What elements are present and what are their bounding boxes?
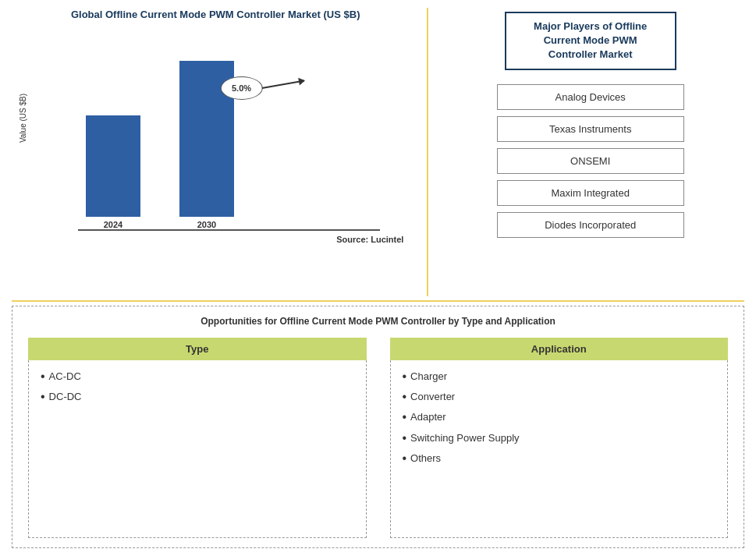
- chart-area: Global Offline Current Mode PWM Controll…: [12, 8, 419, 296]
- player-item-4: Maxim Integrated: [497, 180, 684, 206]
- player-item-5: Diodes Incorporated: [497, 212, 684, 238]
- player-item-1: Analog Devices: [497, 84, 684, 110]
- app-item-4: • Switching Power Supply: [403, 431, 716, 445]
- bar-2030-label: 2030: [197, 220, 216, 229]
- horizontal-divider: [12, 300, 744, 302]
- players-area: Major Players of Offline Current Mode PW…: [436, 8, 744, 296]
- type-item-2: • DC-DC: [41, 390, 354, 404]
- y-axis-label: Value (US $B): [20, 94, 28, 143]
- application-column: Application • Charger • Converter • Adap…: [390, 338, 729, 538]
- vertical-divider: [427, 8, 428, 296]
- type-header: Type: [28, 338, 367, 360]
- app-item-text-5: Others: [410, 452, 441, 466]
- app-item-3: • Adapter: [403, 410, 716, 424]
- app-item-1: • Charger: [403, 370, 716, 384]
- bullet-icon: •: [403, 391, 407, 403]
- type-item-text-1: AC-DC: [49, 370, 81, 384]
- app-item-text-3: Adapter: [410, 410, 446, 424]
- bullet-icon: •: [403, 452, 407, 465]
- player-item-2: Texas Instruments: [497, 116, 684, 142]
- application-body: • Charger • Converter • Adapter • Switch…: [390, 360, 729, 538]
- app-item-text-1: Charger: [410, 370, 447, 384]
- bullet-icon: •: [403, 370, 407, 383]
- growth-label: 5.0%: [232, 83, 251, 93]
- main-container: Global Offline Current Mode PWM Controll…: [0, 0, 756, 556]
- type-body: • AC-DC • DC-DC: [28, 360, 367, 538]
- app-item-2: • Converter: [403, 390, 716, 404]
- source-text: Source: Lucintel: [12, 235, 419, 244]
- bullet-icon: •: [403, 432, 407, 444]
- app-item-text-4: Switching Power Supply: [410, 431, 519, 445]
- chart-wrapper: Value (US $B) 5.0%: [12, 28, 419, 231]
- type-item-1: • AC-DC: [41, 370, 354, 384]
- opportunities-title: Opportunities for Offline Current Mode P…: [28, 316, 728, 327]
- bullet-icon: •: [41, 370, 45, 383]
- bullet-icon: •: [403, 411, 407, 423]
- type-column: Type • AC-DC • DC-DC: [28, 338, 367, 538]
- bar-2024: 2024: [86, 115, 140, 229]
- bullet-icon: •: [41, 391, 45, 403]
- top-section: Global Offline Current Mode PWM Controll…: [12, 8, 744, 296]
- application-header: Application: [390, 338, 729, 360]
- opportunities-content: Type • AC-DC • DC-DC Application: [28, 338, 728, 538]
- players-title: Major Players of Offline Current Mode PW…: [505, 12, 676, 70]
- bar-2024-label: 2024: [104, 220, 122, 229]
- type-item-text-2: DC-DC: [49, 390, 82, 404]
- app-item-text-2: Converter: [410, 390, 455, 404]
- chart-title: Global Offline Current Mode PWM Controll…: [71, 8, 360, 22]
- bar-2024-rect: [86, 115, 140, 217]
- player-item-3: ONSEMI: [497, 148, 684, 174]
- bottom-section: Opportunities for Offline Current Mode P…: [12, 306, 744, 548]
- app-item-5: • Others: [403, 452, 716, 466]
